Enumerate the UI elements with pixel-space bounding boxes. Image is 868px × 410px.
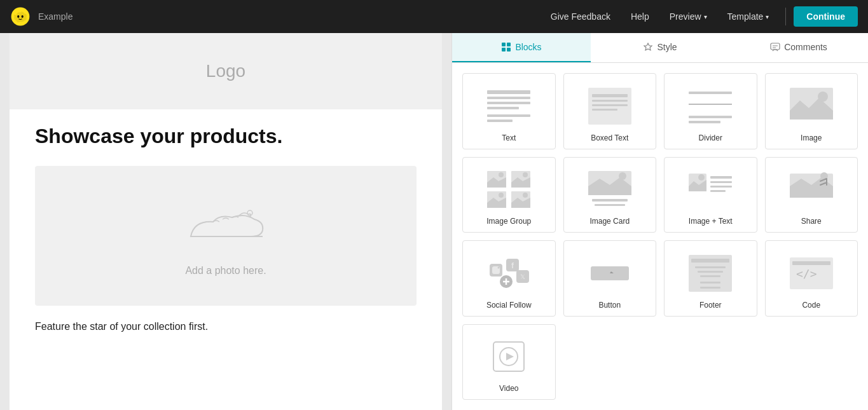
svg-rect-60 xyxy=(691,259,729,263)
tab-style[interactable]: Style xyxy=(591,33,729,62)
block-label-video: Video xyxy=(499,384,518,393)
svg-rect-16 xyxy=(487,120,513,122)
share-block-icon xyxy=(786,167,837,212)
tab-comments[interactable]: Comments xyxy=(729,33,868,62)
continue-button[interactable]: Continue xyxy=(794,6,858,27)
svg-rect-4 xyxy=(502,43,506,46)
block-item-social-follow[interactable]: f 𝕏 Social Follow xyxy=(462,240,556,317)
svg-rect-11 xyxy=(487,90,530,94)
headline-text: Showcase your products. xyxy=(35,125,417,148)
logo-placeholder: Logo xyxy=(206,61,245,81)
svg-point-3 xyxy=(247,210,252,215)
svg-rect-67 xyxy=(792,261,830,265)
svg-rect-24 xyxy=(689,116,732,118)
block-item-image-card[interactable]: Image Card xyxy=(563,157,657,233)
svg-rect-25 xyxy=(689,121,720,123)
block-label-text: Text xyxy=(502,133,516,142)
svg-rect-6 xyxy=(502,48,506,51)
svg-point-31 xyxy=(523,172,528,177)
block-item-video[interactable]: Video xyxy=(462,324,556,400)
footer-block-icon xyxy=(685,251,736,296)
svg-rect-63 xyxy=(700,275,720,277)
svg-rect-19 xyxy=(592,100,628,102)
svg-rect-45 xyxy=(710,190,726,192)
svg-rect-7 xyxy=(507,48,511,51)
canvas-scroll[interactable]: Logo Showcase your products. xyxy=(0,33,451,410)
block-item-share[interactable]: Share xyxy=(765,157,858,233)
svg-rect-8 xyxy=(771,43,780,50)
block-label-share: Share xyxy=(801,217,822,226)
block-label-social-follow: Social Follow xyxy=(486,301,532,310)
svg-point-41 xyxy=(698,174,705,181)
main-area: Logo Showcase your products. xyxy=(0,33,868,410)
block-item-divider[interactable]: Divider xyxy=(664,73,757,149)
button-block-icon xyxy=(584,251,635,296)
give-feedback-button[interactable]: Give Feedback xyxy=(542,8,619,25)
text-block-icon xyxy=(483,84,534,128)
block-item-footer[interactable]: Footer xyxy=(664,240,757,317)
block-label-boxed-text: Boxed Text xyxy=(591,133,628,142)
block-label-image: Image xyxy=(801,133,822,142)
block-item-text[interactable]: Text xyxy=(462,73,556,149)
block-item-button[interactable]: Button xyxy=(563,240,657,317)
image-placeholder: Add a photo here. xyxy=(35,166,417,306)
block-label-divider: Divider xyxy=(699,133,722,142)
svg-rect-14 xyxy=(487,107,519,109)
svg-point-33 xyxy=(499,193,504,198)
document-title: Example xyxy=(38,11,72,22)
image-card-block-icon xyxy=(584,167,635,212)
video-block-icon xyxy=(483,334,534,379)
logo-block[interactable]: Logo xyxy=(10,33,442,109)
image-block-icon xyxy=(786,84,837,128)
block-item-image-text[interactable]: Image + Text xyxy=(664,157,757,233)
top-navigation: Example Give Feedback Help Preview ▾ Tem… xyxy=(0,0,868,33)
panel-tabs: Blocks Style Comments xyxy=(452,33,868,63)
svg-rect-61 xyxy=(695,266,726,268)
svg-point-29 xyxy=(499,172,504,177)
app-logo[interactable] xyxy=(10,6,31,27)
svg-rect-22 xyxy=(689,92,732,94)
svg-rect-43 xyxy=(710,181,732,183)
shoe-icon xyxy=(181,195,270,255)
svg-point-27 xyxy=(818,92,828,102)
svg-rect-21 xyxy=(592,109,617,111)
feature-text: Feature the star of your collection firs… xyxy=(35,321,417,332)
canvas-area: Logo Showcase your products. xyxy=(0,33,451,410)
block-label-footer: Footer xyxy=(699,301,722,310)
svg-rect-15 xyxy=(487,114,530,117)
svg-point-2 xyxy=(22,15,24,18)
right-panel: Blocks Style Comments Text xyxy=(451,33,868,410)
image-block[interactable]: Add a photo here. xyxy=(10,156,442,316)
email-canvas: Logo Showcase your products. xyxy=(10,33,442,410)
headline-block[interactable]: Showcase your products. xyxy=(10,109,442,156)
svg-point-50 xyxy=(498,266,500,268)
blocks-grid: Text Boxed Text Divider xyxy=(452,63,868,410)
svg-text:</>: </> xyxy=(796,267,817,280)
boxed-text-block-icon xyxy=(584,84,635,128)
block-item-code[interactable]: </> Code xyxy=(765,240,858,317)
svg-rect-20 xyxy=(592,104,628,106)
svg-rect-64 xyxy=(700,282,720,284)
image-text-block-icon xyxy=(685,167,736,212)
block-label-image-text: Image + Text xyxy=(689,217,733,226)
svg-rect-38 xyxy=(592,199,628,202)
block-label-button: Button xyxy=(598,301,621,310)
block-item-boxed-text[interactable]: Boxed Text xyxy=(563,73,657,149)
template-button[interactable]: Template ▾ xyxy=(719,8,778,25)
nav-divider xyxy=(785,8,786,25)
image-placeholder-text: Add a photo here. xyxy=(185,265,266,277)
block-item-image[interactable]: Image xyxy=(765,73,858,149)
tab-blocks[interactable]: Blocks xyxy=(452,33,591,62)
svg-rect-39 xyxy=(595,204,625,206)
preview-button[interactable]: Preview ▾ xyxy=(661,8,716,25)
svg-rect-65 xyxy=(700,287,720,289)
svg-text:𝕏: 𝕏 xyxy=(520,273,525,280)
blocks-icon xyxy=(501,42,511,52)
svg-rect-13 xyxy=(487,102,530,104)
feature-text-block[interactable]: Feature the star of your collection firs… xyxy=(10,316,442,343)
help-button[interactable]: Help xyxy=(622,8,658,25)
comments-icon xyxy=(770,42,780,52)
social-follow-block-icon: f 𝕏 xyxy=(483,251,534,296)
block-label-image-card: Image Card xyxy=(589,217,630,226)
block-item-image-group[interactable]: Image Group xyxy=(462,157,556,233)
